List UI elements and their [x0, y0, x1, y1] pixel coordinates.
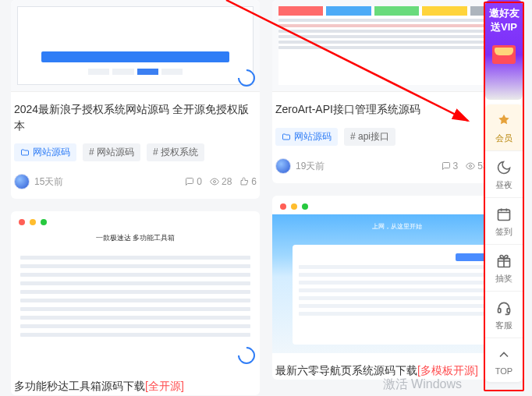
eye-icon	[210, 177, 219, 186]
comment-icon	[442, 161, 451, 171]
resource-card[interactable]: 上网，从这里开始 最新六零导航页系统源码下载[多模板开源]	[272, 196, 521, 380]
card-tags: 网站源码 # 网站源码 # 授权系统	[11, 134, 260, 168]
card-grid: 2024最新浪子授权系统网站源码 全开源免授权版本 网站源码 # 网站源码 # …	[0, 0, 532, 396]
gift-icon	[495, 253, 512, 270]
thumbs-up-icon	[239, 177, 249, 186]
sidebar-item-vip[interactable]: 会员	[485, 104, 523, 150]
card-title: 2024最新浪子授权系统网站源码 全开源免授权版本	[11, 92, 260, 134]
resource-card[interactable]: 2024最新浪子授权系统网站源码 全开源免授权版本 网站源码 # 网站源码 # …	[11, 0, 260, 199]
card-title: ZeroArt-API接口管理系统源码	[272, 92, 521, 118]
calendar-icon	[495, 206, 512, 223]
folder-icon	[282, 133, 291, 142]
watermark-logo-icon	[238, 69, 255, 87]
sidebar-item-night[interactable]: 昼夜	[485, 150, 523, 197]
views-count: 28	[210, 176, 232, 187]
sidebar-item-support[interactable]: 客服	[485, 291, 523, 338]
tag-hash[interactable]: # 网站源码	[83, 143, 140, 161]
card-tags: 网站源码 # api接口	[272, 118, 521, 152]
vip-crown-icon	[495, 112, 512, 129]
watermark-logo-icon	[238, 347, 255, 364]
card-thumbnail: 上网，从这里开始	[272, 214, 521, 353]
avatar[interactable]	[14, 174, 30, 189]
moon-icon	[495, 159, 512, 176]
sidebar-item-lottery[interactable]: 抽奖	[485, 244, 523, 291]
open-source-badge: [全开源]	[145, 380, 184, 392]
tag-category[interactable]: 网站源码	[275, 128, 338, 146]
window-dots	[11, 211, 260, 230]
avatar[interactable]	[275, 158, 291, 174]
sidebar-item-top[interactable]: TOP	[485, 338, 523, 382]
floating-sidebar: 邀好友 送VIP 会员 昼夜 签到 抽奖 客服 TOP	[485, 0, 523, 382]
card-title: 多功能秒达工具箱源码下载[全开源]	[11, 369, 260, 395]
card-title: 最新六零导航页系统源码下载[多模板开源]	[272, 353, 521, 380]
tag-hash[interactable]: # 授权系统	[147, 143, 204, 161]
card-meta: 19天前 3 53 15	[272, 152, 521, 183]
resource-card[interactable]: ZeroArt-API接口管理系统源码 网站源码 # api接口 19天前 3 …	[272, 0, 521, 183]
svg-point-0	[213, 181, 215, 183]
likes-count: 6	[239, 176, 257, 187]
svg-point-1	[470, 165, 472, 168]
folder-icon	[20, 148, 30, 157]
card-thumbnail: 一款极速达 多功能工具箱	[11, 230, 260, 369]
chevron-up-icon	[495, 346, 512, 363]
card-meta: 15天前 0 28 6	[11, 168, 260, 199]
card-thumbnail	[272, 0, 521, 92]
post-time: 15天前	[34, 175, 63, 189]
tag-hash[interactable]: # api接口	[344, 128, 395, 146]
svg-rect-2	[498, 210, 510, 220]
resource-card[interactable]: 一款极速达 多功能工具箱 多功能秒达工具箱源码下载[全开源]	[11, 211, 260, 395]
post-time: 19天前	[296, 160, 325, 173]
comments-count: 3	[442, 161, 459, 171]
eye-icon	[466, 161, 475, 171]
sidebar-item-checkin[interactable]: 签到	[485, 197, 523, 244]
tag-category[interactable]: 网站源码	[14, 143, 76, 161]
comment-icon	[185, 177, 194, 186]
red-envelope-icon	[492, 45, 516, 64]
open-source-badge: [多模板开源]	[417, 364, 478, 377]
promo-invite-vip[interactable]: 邀好友 送VIP	[485, 0, 523, 100]
window-dots	[272, 196, 521, 214]
comments-count: 0	[185, 176, 202, 187]
svg-rect-4	[498, 309, 501, 313]
headset-icon	[495, 299, 512, 316]
svg-rect-5	[507, 309, 509, 313]
card-thumbnail	[11, 0, 260, 92]
